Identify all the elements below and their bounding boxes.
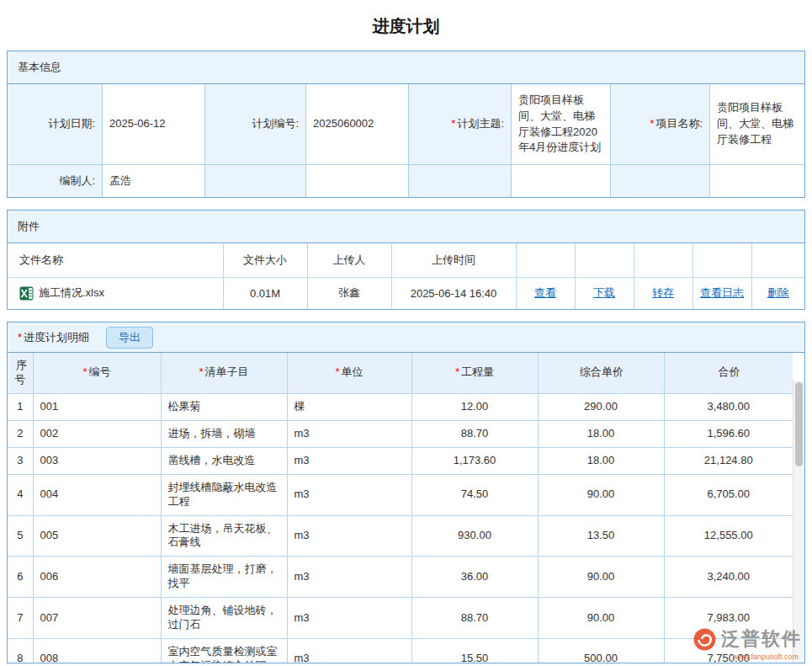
view-link[interactable]: 查看 — [534, 286, 556, 299]
vertical-scrollbar[interactable] — [793, 381, 804, 663]
delete-link[interactable]: 删除 — [767, 286, 789, 299]
cell-quantity: 12.00 — [411, 393, 538, 420]
excel-file-icon — [19, 286, 34, 301]
col-header-code: *编号 — [33, 353, 161, 393]
author-label: 编制人: — [8, 165, 102, 197]
field-label-text: 计划日期: — [48, 116, 95, 132]
cell-unit: m3 — [287, 515, 411, 557]
cell-unit: m3 — [287, 474, 411, 515]
cell-item: 松果菊 — [161, 393, 287, 420]
details-table-container: 序号 *编号 *清单子目 *单位 *工程量 综合单价 合价 1 001 松果菊 — [8, 353, 804, 663]
table-row: 7 007 处理边角、铺设地砖，过门石 m3 88.70 90.00 7,983… — [8, 598, 793, 639]
table-row: 8 008 室内空气质量检测或室内空气污染综合治理; m3 15.50 500.… — [8, 638, 793, 663]
table-row: 6 006 墙面基层处理，打磨，找平 m3 36.00 90.00 3,240.… — [8, 557, 793, 598]
scrollbar-thumb[interactable] — [795, 382, 803, 466]
cell-code: 008 — [33, 638, 161, 663]
empty-value-cell — [511, 165, 610, 197]
cell-unit-price: 90.00 — [538, 598, 664, 639]
empty-value-cell — [305, 165, 408, 197]
field-label-text: 编制人: — [59, 173, 95, 189]
col-header-unit-price: 综合单价 — [538, 353, 664, 393]
transfer-link[interactable]: 转存 — [652, 286, 674, 299]
details-section-header: * 进度计划明细 导出 — [8, 322, 804, 353]
cell-total: 12,555.00 — [664, 515, 793, 557]
cell-quantity: 88.70 — [411, 598, 538, 639]
cell-total: 1,596.60 — [664, 420, 793, 447]
cell-unit-price: 13.50 — [538, 515, 664, 557]
author-value: 孟浩 — [102, 165, 204, 197]
cell-code: 004 — [33, 474, 161, 515]
cell-unit-price: 290.00 — [538, 393, 664, 420]
cell-total: 3,240.00 — [664, 557, 793, 598]
cell-total: 3,480.00 — [664, 393, 793, 420]
details-header-row: 序号 *编号 *清单子目 *单位 *工程量 综合单价 合价 — [8, 353, 793, 393]
plan-subject-value: 贵阳项目样板间、大堂、电梯厅装修工程2020年4月份进度计划 — [511, 84, 610, 165]
row-index: 8 — [8, 638, 33, 663]
cell-code: 001 — [33, 393, 161, 420]
col-header-empty — [634, 243, 693, 277]
download-link[interactable]: 下载 — [593, 286, 615, 299]
cell-code: 005 — [33, 515, 161, 557]
field-label-text: 计划主题: — [457, 116, 504, 132]
cell-unit: 棵 — [287, 393, 411, 420]
table-row: 5 005 木工进场，吊天花板、石膏线 m3 930.00 13.50 12,5… — [8, 515, 793, 557]
attachments-section-title: 附件 — [8, 210, 804, 243]
row-index: 4 — [8, 474, 33, 515]
cell-quantity: 88.70 — [411, 420, 538, 447]
field-label-text: 项目名称: — [655, 116, 703, 132]
col-header-file-name: 文件名称 — [8, 243, 223, 277]
cell-code: 007 — [33, 598, 161, 639]
details-table: 序号 *编号 *清单子目 *单位 *工程量 综合单价 合价 1 001 松果菊 — [8, 353, 793, 663]
row-index: 6 — [8, 557, 33, 598]
cell-item: 凿线槽，水电改造 — [161, 447, 287, 474]
cell-unit-price: 90.00 — [538, 474, 664, 515]
export-button[interactable]: 导出 — [106, 327, 153, 349]
required-marker: * — [650, 116, 654, 132]
cell-code: 006 — [33, 557, 161, 598]
plan-number-value: 2025060002 — [305, 84, 408, 165]
cell-total: 7,750.00 — [664, 638, 793, 663]
attachments-header-row: 文件名称 文件大小 上传人 上传时间 — [8, 243, 804, 277]
uploader-cell: 张鑫 — [307, 277, 391, 309]
row-index: 3 — [8, 447, 33, 474]
cell-quantity: 74.50 — [411, 474, 538, 515]
cell-unit-price: 18.00 — [538, 420, 664, 447]
cell-item: 墙面基层处理，打磨，找平 — [161, 557, 287, 598]
col-header-empty — [575, 243, 634, 277]
cell-quantity: 15.50 — [411, 638, 538, 663]
view-log-link[interactable]: 查看日志 — [700, 286, 744, 299]
plan-date-value: 2025-06-12 — [102, 84, 204, 165]
cell-item: 进场，拆墙，砌墙 — [161, 420, 287, 447]
row-index: 7 — [8, 598, 33, 639]
empty-label-cell — [408, 165, 511, 197]
cell-item: 室内空气质量检测或室内空气污染综合治理; — [161, 638, 287, 663]
col-header-item: *清单子目 — [161, 353, 287, 393]
cell-item: 木工进场，吊天花板、石膏线 — [161, 515, 287, 557]
table-row: 4 004 封埋线槽隐蔽水电改造工程 m3 74.50 90.00 6,705.… — [8, 474, 793, 515]
cell-code: 003 — [33, 447, 161, 474]
col-header-unit: *单位 — [287, 353, 411, 393]
cell-unit-price: 18.00 — [538, 447, 664, 474]
cell-quantity: 1,173.60 — [411, 447, 538, 474]
cell-unit: m3 — [287, 447, 411, 474]
required-marker: * — [18, 331, 22, 344]
cell-item: 处理边角、铺设地砖，过门石 — [161, 598, 287, 639]
attachments-table: 文件名称 文件大小 上传人 上传时间 — [8, 243, 804, 309]
col-header-empty — [693, 243, 751, 277]
basic-info-panel: 基本信息 计划日期: 2025-06-12 计划编号: 2025060002 *… — [7, 51, 805, 198]
col-header-empty — [751, 243, 804, 277]
col-header-empty — [516, 243, 575, 277]
row-index: 2 — [8, 420, 33, 447]
file-name-cell: 施工情况.xlsx — [8, 277, 223, 309]
cell-code: 002 — [33, 420, 161, 447]
attachments-panel: 附件 文件名称 文件大小 上传人 上传时间 — [7, 210, 805, 310]
empty-label-cell — [610, 165, 709, 197]
page: 进度计划 基本信息 计划日期: 2025-06-12 计划编号: 2025060… — [0, 0, 812, 666]
empty-value-cell — [709, 165, 804, 197]
row-index: 1 — [8, 393, 33, 420]
col-header-uploader: 上传人 — [307, 243, 391, 277]
table-row: 2 002 进场，拆墙，砌墙 m3 88.70 18.00 1,596.60 — [8, 420, 793, 447]
basic-info-section-title: 基本信息 — [8, 51, 804, 84]
project-name-value: 贵阳项目样板间、大堂、电梯厅装修工程 — [709, 84, 804, 165]
basic-info-grid: 计划日期: 2025-06-12 计划编号: 2025060002 * 计划主题… — [8, 84, 804, 197]
